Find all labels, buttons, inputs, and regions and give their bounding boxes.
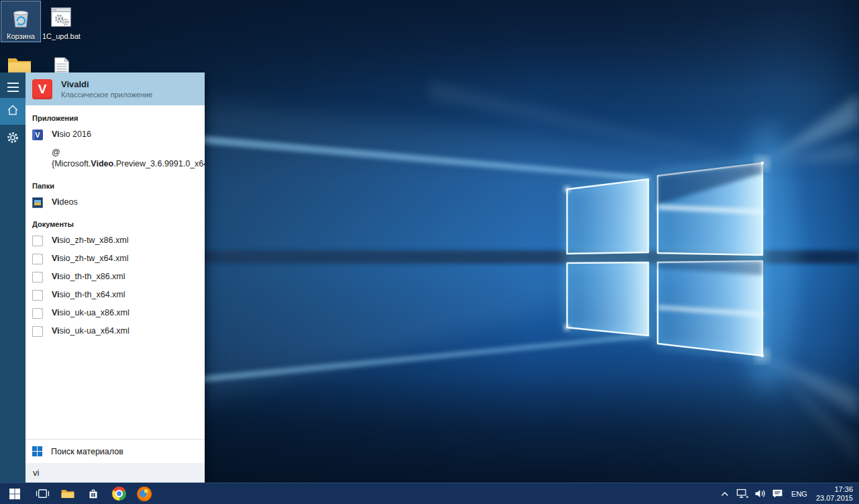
task-view-button[interactable] [30, 483, 55, 504]
system-tray: ENG 17:36 23.07.2015 [716, 483, 859, 504]
xml-icon [32, 308, 43, 319]
hamburger-icon [7, 83, 19, 92]
file-explorer-button[interactable] [55, 483, 81, 504]
search-result-item[interactable]: Visio 2016 [26, 125, 205, 144]
xml-icon [32, 254, 43, 264]
xml-icon [32, 272, 43, 283]
volume-button[interactable] [751, 483, 768, 504]
xml-icon [32, 290, 43, 301]
firefox-icon [137, 487, 152, 501]
search-result-item[interactable]: Videos [26, 193, 205, 211]
result-label: Visio 2016 [52, 129, 91, 140]
search-panel-content: Vivaldi Классическое приложение Приложен… [26, 72, 205, 483]
clock[interactable]: 17:36 23.07.2015 [813, 485, 859, 503]
search-input-row [26, 463, 205, 483]
top-result-title: Vivaldi [61, 79, 152, 89]
search-panel-footer: Поиск материалов [26, 439, 205, 483]
chrome-icon [112, 487, 126, 501]
top-result-vivaldi[interactable]: Vivaldi Классическое приложение [26, 72, 205, 105]
search-result-item[interactable]: Visio_th-th_x86.xml [26, 268, 205, 286]
videos-icon [32, 197, 43, 208]
section-label: Приложения [26, 105, 205, 125]
result-label: Visio_th-th_x86.xml [52, 271, 125, 283]
home-icon [6, 103, 19, 119]
network-button[interactable] [734, 483, 751, 504]
result-label: Visio_th-th_x64.xml [52, 289, 125, 301]
search-panel-rail [0, 72, 26, 483]
chrome-button[interactable] [106, 483, 132, 504]
desktop: Корзина 1C_upd.bat [0, 0, 859, 504]
windows-logo-icon [32, 446, 42, 456]
result-label: Videos [52, 197, 78, 208]
file-explorer-icon [60, 488, 75, 500]
action-center-button[interactable] [768, 483, 786, 504]
section-label: Папки [26, 173, 205, 193]
desktop-icon-bat-file[interactable]: 1C_upd.bat [42, 1, 81, 42]
visio-icon [32, 130, 43, 140]
web-search-label: Поиск материалов [51, 447, 123, 456]
top-result-subtitle: Классическое приложение [61, 91, 152, 99]
task-view-icon [36, 488, 50, 499]
menu-button[interactable] [0, 74, 26, 100]
clock-time: 17:36 [816, 485, 853, 494]
start-search-panel: Vivaldi Классическое приложение Приложен… [0, 72, 205, 483]
store-button[interactable] [81, 483, 106, 504]
desktop-icon-label: Корзина [2, 32, 40, 40]
desktop-icon-label: 1C_upd.bat [42, 32, 80, 40]
store-bag-icon [87, 487, 100, 501]
clock-date: 23.07.2015 [816, 494, 853, 503]
search-result-item[interactable]: @{Microsoft.Video.Preview_3.6.9991.0_x64… [26, 144, 205, 173]
recycle-bin-icon [2, 3, 40, 32]
action-center-icon [772, 489, 783, 499]
result-label: Visio_zh-tw_x86.xml [52, 235, 128, 246]
chevron-up-icon [721, 491, 729, 497]
search-result-item[interactable]: Visio_th-th_x64.xml [26, 286, 205, 304]
web-search-row[interactable]: Поиск материалов [26, 439, 205, 463]
result-label: Visio_uk-ua_x86.xml [52, 307, 130, 319]
language-indicator[interactable]: ENG [786, 483, 813, 504]
search-result-item[interactable]: Visio_uk-ua_x86.xml [26, 304, 205, 322]
speaker-icon [754, 489, 766, 499]
result-label: Visio_uk-ua_x64.xml [52, 325, 130, 337]
batch-file-icon [42, 3, 80, 32]
search-result-item[interactable]: Visio_uk-ua_x64.xml [26, 322, 205, 340]
settings-button[interactable] [0, 126, 26, 152]
network-icon [736, 489, 749, 499]
taskbar: ENG 17:36 23.07.2015 [0, 483, 859, 504]
home-button[interactable] [0, 98, 26, 125]
result-label: @{Microsoft.Video.Preview_3.6.9991.0_x64… [52, 147, 205, 170]
windows-start-icon [9, 488, 21, 500]
search-input[interactable] [26, 468, 205, 478]
firefox-button[interactable] [132, 483, 157, 504]
vivaldi-icon [32, 79, 52, 99]
desktop-icon-recycle-bin[interactable]: Корзина [1, 1, 40, 42]
result-label: Visio_zh-tw_x64.xml [52, 253, 128, 264]
tray-expand-button[interactable] [716, 483, 734, 504]
section-label: Документы [26, 211, 205, 232]
search-result-item[interactable]: Visio_zh-tw_x64.xml [26, 250, 205, 268]
xml-icon [32, 236, 43, 246]
search-results: ПриложенияVisio 2016@{Microsoft.Video.Pr… [26, 105, 205, 439]
gear-icon [6, 131, 19, 147]
xml-icon [32, 326, 43, 337]
search-result-item[interactable]: Visio_zh-tw_x86.xml [26, 232, 205, 250]
start-button[interactable] [0, 483, 30, 504]
